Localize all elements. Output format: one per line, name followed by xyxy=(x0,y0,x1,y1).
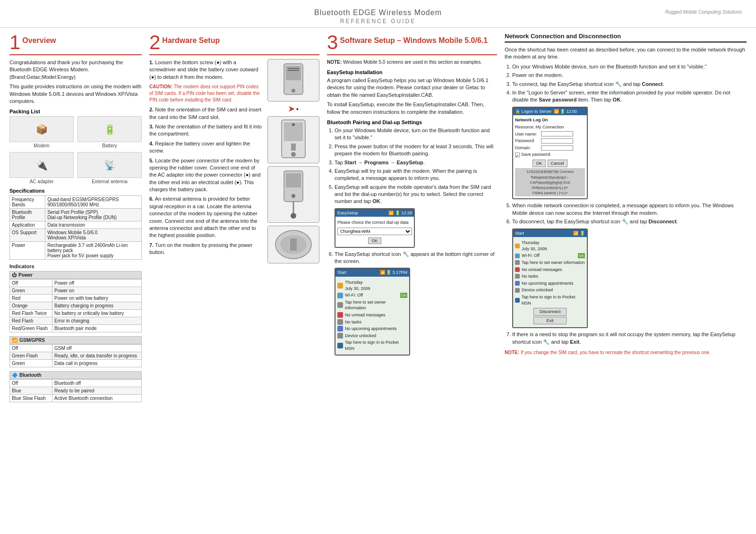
software-note: NOTE: Windows Mobile 5.0 screens are use… xyxy=(327,59,497,66)
power-label: Power xyxy=(18,272,33,278)
disc-icon xyxy=(515,254,520,258)
disconnect-button[interactable]: Disconnect xyxy=(533,308,567,316)
save-password-checkbox[interactable]: ✓ xyxy=(515,153,520,157)
mobile-row: No upcoming appointments xyxy=(337,326,407,332)
password-row: Password: xyxy=(515,138,585,144)
packing-item-modem: 📦 Modem xyxy=(9,116,74,148)
disc-row: Device unlocked xyxy=(515,287,585,293)
disc-row: ThursdayJuly 30, 2009 xyxy=(515,240,585,252)
exit-button[interactable]: Exit xyxy=(533,317,567,325)
disc-row: No unread messages xyxy=(515,267,585,273)
easysetup-ok-button[interactable]: OK xyxy=(368,237,381,244)
mobile-row-icon xyxy=(337,302,343,308)
hw-step-3: 3. Note the orientation of the battery a… xyxy=(149,123,264,138)
table-row: OrangeBattery charging in progress xyxy=(10,302,142,310)
disc-icon xyxy=(515,244,520,248)
mobile-row: ThursdayJuly 30, 2009 xyxy=(337,280,407,291)
spec-val: Serial Port Profile (SPP)Dial-up Network… xyxy=(45,209,142,221)
adapter-label: AC adapter xyxy=(9,179,74,184)
packing-item-antenna: 📡 External antenna xyxy=(77,152,142,184)
section2-number: 2 xyxy=(149,33,160,52)
list-item: EasySetup will try to pair with the mode… xyxy=(335,168,497,182)
mobile-screen-body: ThursdayJuly 30, 2009 Wi-Fi: Off On Tap … xyxy=(335,277,409,355)
antenna-label: External antenna xyxy=(77,179,142,184)
table-row: OS Support Windows Mobile 5.0/6.0Windows… xyxy=(10,229,142,242)
antenna-image: 📡 xyxy=(77,152,142,178)
network-steps: On your Windows Mobile device, turn on t… xyxy=(505,63,747,346)
easysetup-screen-body: Please choice the correct dial-up data C… xyxy=(335,217,414,246)
disc-icon xyxy=(515,281,520,286)
bt-indicator-header: 🔷 Bluetooth xyxy=(9,371,142,379)
logon-dialog: 🔒 Logon to Server 📶 🔋 12:00 Network Log … xyxy=(512,107,588,200)
hw-step-7: 7. Turn on the modem by pressing the pow… xyxy=(149,242,264,256)
network-intro: Once the shortcut has been created as de… xyxy=(505,46,747,61)
packing-list-heading: Packing List xyxy=(9,109,142,114)
mobile-row: No unread messages xyxy=(337,312,407,318)
power-icon: ⏻ xyxy=(12,272,17,278)
disc-row: Wi-Fi: Off On xyxy=(515,253,585,259)
password-input[interactable] xyxy=(541,138,573,144)
list-item: EasySetup will acquire the mobile operat… xyxy=(335,184,497,248)
easysetup-dropdown[interactable]: Chunghwa·WiM xyxy=(337,228,412,235)
caution-box: CAUTION: The modem does not support PIN … xyxy=(149,84,264,103)
bt-pairing-steps: On your Windows Mobile device, turn on t… xyxy=(327,127,497,356)
table-row: OffGSM off xyxy=(10,345,142,352)
disc-icon xyxy=(515,298,520,303)
table-row: Application Data transmission xyxy=(10,221,142,229)
gsm-icon: 📶 xyxy=(12,338,17,343)
hw-device-img-3 xyxy=(267,166,319,223)
modem-image: 📦 xyxy=(9,116,74,142)
header-brand: Rugged Mobile Computing Solutions xyxy=(665,9,742,15)
mobile-row: No tasks xyxy=(337,319,407,325)
bt-indicator-table: OffBluetooth off BlueReady to be paired … xyxy=(9,379,142,402)
logon-ok-button[interactable]: OK xyxy=(533,160,545,168)
easysetup-screen-title: EasySetup 📶 🔋 12:28 xyxy=(335,209,414,217)
hw-device-img-2 xyxy=(267,116,319,163)
mobile-row-icon xyxy=(337,283,343,288)
hardware-content: 1. Loosen the bottom screw (●) with a sc… xyxy=(149,59,319,263)
logon-cancel-button[interactable]: Cancel xyxy=(548,160,567,168)
disc-icon xyxy=(515,267,520,272)
spec-key: Bluetooth Profile xyxy=(10,209,45,221)
spec-key: OS Support xyxy=(10,229,45,242)
easysetup-text1: A program called EasySetup helps you set… xyxy=(327,77,497,99)
mobile-row: Tap here to set owner information xyxy=(337,299,407,311)
section-software: 3 Software Setup – Windows Mobile 5.0/6.… xyxy=(327,33,497,406)
disc-row: No tasks xyxy=(515,273,585,280)
adapter-image: 🔌 xyxy=(9,152,74,178)
network-log-on-label: Network Log On xyxy=(515,117,585,123)
bluetooth-icon: 🔷 xyxy=(12,373,17,378)
spec-val: Windows Mobile 5.0/6.0Windows XP/Vista xyxy=(45,229,142,242)
username-input[interactable] xyxy=(541,131,573,136)
power-indicator-header: ⏻ Power xyxy=(9,271,142,279)
overview-intro2: This guide provides instructions on usin… xyxy=(9,83,142,105)
mobile-row: Wi-Fi: Off On xyxy=(337,292,407,298)
disc-icon xyxy=(515,274,520,279)
save-password-label: Save password xyxy=(521,152,550,158)
logon-dialog-body: Network Log On Resource: My Connection U… xyxy=(513,115,587,198)
packing-item-battery: 🔋 Battery xyxy=(77,116,142,148)
easysetup-mobile-screen: Start 📶 🔋 5:17PM ThursdayJuly 30, 2009 W… xyxy=(335,268,410,355)
table-row: Green FlashReady, idle, or data transfer… xyxy=(10,352,142,360)
disc-row: Tap here to sign in to Pocket MSN xyxy=(515,294,585,306)
list-item: If there is a need to stop the program s… xyxy=(512,331,747,346)
table-row: Power Rechargeable 3.7 volt 2400mAh Li-i… xyxy=(10,242,142,260)
svg-rect-8 xyxy=(291,144,296,151)
hw-step-1: 1. Loosen the bottom screw (●) with a sc… xyxy=(149,59,264,81)
table-row: GreenData call in progress xyxy=(10,360,142,367)
table-row: Bluetooth Profile Serial Port Profile (S… xyxy=(10,209,142,221)
spec-key: Frequency Bands xyxy=(10,196,45,209)
table-row: GreenPower on xyxy=(10,287,142,295)
hw-step-6: 6. An external antenna is provided for b… xyxy=(149,195,264,239)
svg-rect-17 xyxy=(290,238,297,251)
table-row: Blue Slow FlashActive Bluetooth connecti… xyxy=(10,395,142,402)
svg-rect-3 xyxy=(288,68,299,69)
list-item: On your Windows Mobile device, turn on t… xyxy=(335,127,497,142)
list-item: When mobile network connection is comple… xyxy=(512,202,747,217)
packing-item-adapter: 🔌 AC adapter xyxy=(9,152,74,184)
domain-input[interactable] xyxy=(541,145,573,151)
table-row: RedPower on with low battery xyxy=(10,295,142,302)
section3-title: Software Setup – Windows Mobile 5.0/6.1 xyxy=(340,33,488,45)
section-hardware: 2 Hardware Setup 1. Loosen the bottom sc… xyxy=(149,33,319,406)
table-row: Red FlashError in charging xyxy=(10,317,142,325)
